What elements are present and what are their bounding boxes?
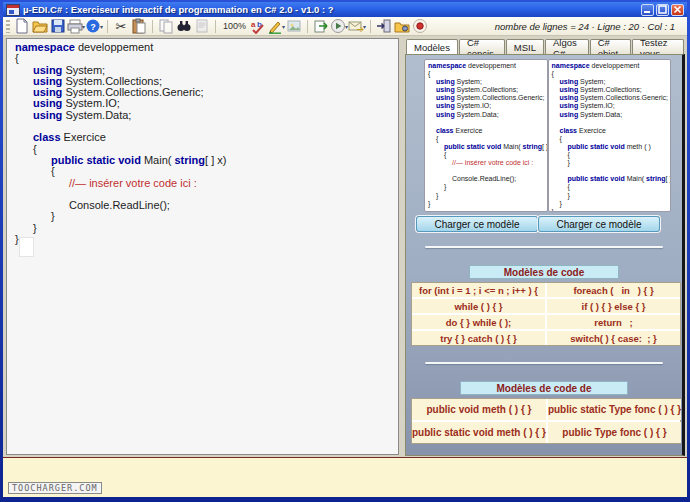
code-line: using System.Collections.Generic;	[428, 94, 547, 102]
tab-c-objet[interactable]: C# objet	[590, 39, 631, 54]
code-line: {	[552, 135, 671, 143]
code-line: }	[428, 200, 547, 208]
code-template-cell[interactable]: while ( ) { }	[412, 299, 545, 313]
code-line: {	[428, 70, 547, 78]
svg-text:✂: ✂	[116, 19, 127, 34]
window-frame: µ-EDI.C# : Exerciseur interactif de prog…	[3, 2, 687, 497]
output-panel: TOOCHARGER.COM	[3, 457, 687, 497]
code-line: using System.Data;	[15, 110, 398, 121]
method-models-header: Modèles de code de	[460, 381, 628, 395]
code-line: {	[552, 183, 671, 191]
code-line: }	[552, 192, 671, 200]
code-line: class Exercice	[552, 127, 671, 135]
code-models-table: for (int i = 1 ; i <= n ; i++ ) {foreach…	[411, 282, 681, 346]
code-line: using System.Collections;	[552, 86, 671, 94]
export-icon[interactable]	[312, 18, 330, 35]
toolbar-separator	[152, 20, 153, 33]
tab-page-modeles: namespace developpement{using System;usi…	[405, 54, 685, 456]
tab-algos-c-[interactable]: Algos C#	[545, 39, 589, 54]
exit-icon[interactable]	[375, 18, 393, 35]
syntax-check-icon[interactable]: ab	[249, 18, 267, 35]
code-line: using System;	[552, 78, 671, 86]
code-line: }	[428, 183, 547, 191]
highlighter-icon[interactable]: ▾	[267, 18, 285, 35]
code-line: using System;	[428, 78, 547, 86]
code-line: public static void Main( string[ ] x)	[15, 155, 398, 166]
cut-icon[interactable]: ✂	[112, 18, 130, 35]
code-models-header: Modèles de code	[469, 265, 619, 279]
record-icon[interactable]	[411, 18, 429, 35]
model-preview-right: namespace developpement{using System;usi…	[548, 59, 672, 212]
find-icon[interactable]	[175, 18, 193, 35]
tab-msil[interactable]: MSIL	[506, 39, 544, 54]
title-bar[interactable]: µ-EDI.C# : Exerciseur interactif de prog…	[3, 2, 687, 17]
image-icon[interactable]	[285, 18, 303, 35]
code-line: {	[428, 151, 547, 159]
maximize-button[interactable]	[656, 4, 669, 16]
code-template-cell[interactable]: if ( ) { } else { }	[547, 299, 680, 313]
code-line: }	[552, 200, 671, 208]
code-template-cell[interactable]: public static Type fonc ( ) { }	[548, 399, 681, 420]
code-line: using System.IO;	[428, 102, 547, 110]
code-template-cell[interactable]: public static void meth ( ) { }	[412, 422, 546, 443]
code-line: }	[552, 159, 671, 167]
code-line: public static void Main( string[ ] x)	[428, 143, 547, 151]
svg-text:a: a	[251, 20, 256, 29]
close-button[interactable]	[671, 4, 684, 16]
toolbar-separator	[307, 20, 308, 33]
code-line: using System.Data;	[428, 111, 547, 119]
save-icon[interactable]	[49, 18, 67, 35]
code-line: }	[552, 208, 671, 212]
code-template-cell[interactable]: public Type fonc ( ) { }	[548, 422, 681, 443]
code-line	[428, 119, 547, 127]
model-preview-left: namespace developpement{using System;usi…	[424, 59, 548, 212]
code-template-cell[interactable]: return ;	[547, 315, 680, 329]
run-icon[interactable]: ▾	[330, 18, 348, 35]
editor-status-text: nombre de lignes = 24 · Ligne : 20 · Col…	[495, 21, 685, 32]
zoom-level[interactable]: 100%	[223, 21, 246, 31]
work-area: namespace developpement{using System;usi…	[3, 36, 687, 457]
print-icon[interactable]: ▾	[67, 18, 85, 35]
open-file-icon[interactable]	[31, 18, 49, 35]
code-template-cell[interactable]: switch( ) { case: ; }	[547, 331, 680, 345]
help-icon[interactable]: ?▾	[85, 18, 103, 35]
code-line: public static void meth ( )	[552, 143, 671, 151]
code-line: }	[15, 211, 398, 222]
load-model-left-button[interactable]: Charger ce modèle	[416, 216, 538, 232]
code-template-cell[interactable]: foreach ( in ) { }	[547, 283, 680, 297]
code-line	[552, 119, 671, 127]
code-editor[interactable]: namespace developpement{using System;usi…	[6, 38, 399, 455]
toolbar-grip	[6, 20, 10, 33]
watermark: TOOCHARGER.COM	[8, 482, 102, 494]
minimize-button[interactable]	[641, 4, 654, 16]
toolbar-separator	[107, 20, 108, 33]
application-window: µ-EDI.C# : Exerciseur interactif de prog…	[0, 0, 690, 502]
code-template-cell[interactable]: for (int i = 1 ; i <= n ; i++ ) {	[412, 283, 545, 297]
tab-strip: ModèlesC# concisMSILAlgos C#C# objetTest…	[405, 38, 685, 54]
dropdown-arrow-icon[interactable]: ▾	[363, 23, 366, 30]
dropdown-arrow-icon[interactable]: ▾	[100, 23, 103, 30]
preview-icon[interactable]	[193, 18, 211, 35]
tab-mod-les[interactable]: Modèles	[406, 39, 458, 54]
new-file-icon[interactable]	[13, 18, 31, 35]
load-model-right-button[interactable]: Charger ce modèle	[538, 216, 660, 232]
folder-options-icon[interactable]	[393, 18, 411, 35]
code-line: using System.Collections;	[428, 86, 547, 94]
code-line: class Exercice	[428, 127, 547, 135]
code-line: Console.ReadLine();	[428, 175, 547, 183]
paste-icon[interactable]	[130, 18, 148, 35]
code-template-cell[interactable]: do { } while ( );	[412, 315, 545, 329]
code-line: namespace developpement	[428, 62, 547, 70]
code-template-cell[interactable]: try { } catch ( ) { }	[412, 331, 545, 345]
code-line: {	[552, 70, 671, 78]
code-line: namespace developpement	[552, 62, 671, 70]
tab-c-concis[interactable]: C# concis	[459, 39, 505, 54]
model-previews: namespace developpement{using System;usi…	[411, 59, 677, 212]
tab-testez-vous[interactable]: Testez vous	[632, 39, 684, 54]
send-mail-icon[interactable]: ▾	[348, 18, 366, 35]
code-template-cell[interactable]: public void meth ( ) { }	[412, 399, 546, 420]
code-line: }	[428, 192, 547, 200]
copy-icon[interactable]	[157, 18, 175, 35]
svg-text:?: ?	[90, 22, 96, 32]
code-line: }	[15, 234, 398, 245]
